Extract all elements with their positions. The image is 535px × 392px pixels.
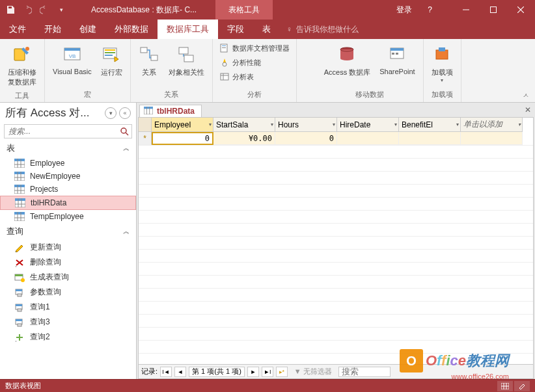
svg-rect-16 [222,46,226,46]
nav-search-input[interactable] [5,125,117,138]
analyze-table-icon [219,72,230,82]
close-document-icon[interactable]: ✕ [525,105,531,114]
table-icon [14,172,25,181]
column-header-benefitel[interactable]: BenefitEl▾ [399,118,461,132]
column-header-employeeid[interactable]: EmployeeI▾ [152,118,213,132]
visual-basic-button[interactable]: VB Visual Basic [49,42,96,78]
object-dependencies-icon [176,44,197,65]
run-macro-button[interactable]: 运行宏 [97,42,126,80]
query-item-query2[interactable]: 查询2 [0,330,136,345]
nav-collapse-icon[interactable]: « [119,107,131,119]
query-item-query3[interactable]: 查询3 [0,315,136,330]
datasheet: EmployeeI▾ StartSala▾ Hours▾ HireDate▾ B… [138,117,534,379]
ribbon-group-relationships: 关系 对象相关性 关系 [131,39,213,102]
cell-startsalary[interactable]: ¥0.00 [213,132,275,145]
svg-rect-1 [491,7,497,13]
query-item-update[interactable]: 更新查询 [0,240,136,255]
select-query-icon [14,318,25,327]
svg-rect-5 [64,48,80,51]
table-item-newemployee[interactable]: NewEmployee [0,170,136,183]
redo-icon[interactable] [39,5,49,15]
minimize-icon[interactable] [457,2,475,18]
nav-header: 所有 Access 对... ▾ « [0,103,136,123]
relationships-button[interactable]: 关系 [135,42,163,80]
navigation-pane: 所有 Access 对... ▾ « 表 ︽ Employee NewEmplo… [0,103,137,379]
nav-menu-icon[interactable]: ▾ [105,107,117,119]
tab-table[interactable]: 表 [253,20,280,39]
update-query-icon [14,243,25,252]
sharepoint-button[interactable]: SharePoint [376,42,418,78]
new-record-button[interactable]: ▸* [276,367,288,377]
query-item-maketable[interactable]: 生成表查询 [0,270,136,285]
cell-employeeid[interactable]: 0 [152,132,213,145]
object-dependencies-button[interactable]: 对象相关性 [165,42,208,80]
tab-file[interactable]: 文件 [0,20,35,39]
cell-benefitel[interactable] [399,132,461,145]
tell-me-search[interactable]: ♀ 告诉我你想做什么 [280,24,359,35]
svg-point-30 [121,128,126,133]
addins-button[interactable]: 加载项 ▾ [428,42,457,86]
column-header-hours[interactable]: Hours▾ [275,118,337,132]
title-bar-right: 登录 ? [396,2,535,18]
datasheet-grid[interactable] [139,145,533,364]
svg-rect-29 [439,47,445,51]
prev-record-button[interactable]: ◄ [174,367,186,377]
last-record-button[interactable]: ►I [262,367,273,377]
datasheet-view-button[interactable] [497,381,513,391]
svg-rect-58 [15,274,23,276]
undo-icon[interactable] [22,5,33,15]
tab-home[interactable]: 开始 [35,20,70,39]
query-item-query1[interactable]: 查询1 [0,300,136,315]
record-position[interactable]: 第 1 项(共 1 项) [189,367,245,377]
save-icon[interactable] [5,5,16,15]
qat-customize-icon[interactable]: ▾ [56,5,66,15]
document-tab[interactable]: tblHRData [139,105,202,117]
maximize-icon[interactable] [484,2,502,18]
database-documenter-button[interactable]: 数据库文档管理器 [217,42,292,55]
table-item-employee[interactable]: Employee [0,157,136,170]
table-item-projects[interactable]: Projects [0,183,136,196]
svg-rect-26 [392,53,394,55]
chevron-up-icon: ︽ [123,227,130,236]
query-item-delete[interactable]: 删除查询 [0,255,136,270]
table-item-tempemployee[interactable]: TempEmployee [0,210,136,223]
select-query-icon [14,303,25,312]
svg-rect-67 [16,319,22,321]
contextual-tab-label: 表格工具 [215,0,273,20]
record-search-input[interactable] [338,367,391,377]
documenter-icon [219,43,230,53]
analyze-table-button[interactable]: 分析表 [217,70,292,83]
search-icon[interactable] [117,125,131,138]
tab-fields[interactable]: 字段 [218,20,253,39]
nav-group-queries[interactable]: 查询 ︽ [0,223,136,240]
cell-addnew[interactable] [461,132,523,145]
next-record-button[interactable]: ► [247,367,259,377]
design-view-button[interactable] [514,381,530,391]
document-area: tblHRData ✕ EmployeeI▾ StartSala▾ Hours▾… [137,103,535,379]
tab-external-data[interactable]: 外部数据 [105,20,158,39]
access-database-button[interactable]: Access 数据库 [320,42,375,80]
table-item-tblhrdata[interactable]: tblHRData [0,196,136,210]
cell-hiredate[interactable] [337,132,399,145]
tab-database-tools[interactable]: 数据库工具 [158,20,218,39]
run-macro-icon [101,44,122,65]
select-all-cell[interactable] [139,118,152,132]
close-icon[interactable] [512,2,530,18]
column-header-startsalary[interactable]: StartSala▾ [213,118,275,132]
add-column-header[interactable]: 单击以添加▾ [461,118,523,132]
login-link[interactable]: 登录 [396,5,412,16]
cell-hours[interactable]: 0 [275,132,337,145]
analyze-performance-button[interactable]: 分析性能 [217,56,292,69]
first-record-button[interactable]: I◄ [160,367,172,377]
tab-create[interactable]: 创建 [70,20,105,39]
query-item-parameter[interactable]: 参数查询 [0,285,136,300]
quick-access-toolbar: ▾ [0,5,72,15]
collapse-ribbon-icon[interactable]: ㅅ [519,90,532,101]
nav-group-tables[interactable]: 表 ︽ [0,140,136,157]
new-row-selector[interactable]: * [139,132,152,145]
compact-repair-button[interactable]: 压缩和修 复数据库 [4,42,40,90]
watermark-logo-icon: O [400,349,423,372]
help-icon[interactable]: ? [428,5,432,14]
svg-rect-61 [16,289,22,291]
column-header-hiredate[interactable]: HireDate▾ [337,118,399,132]
